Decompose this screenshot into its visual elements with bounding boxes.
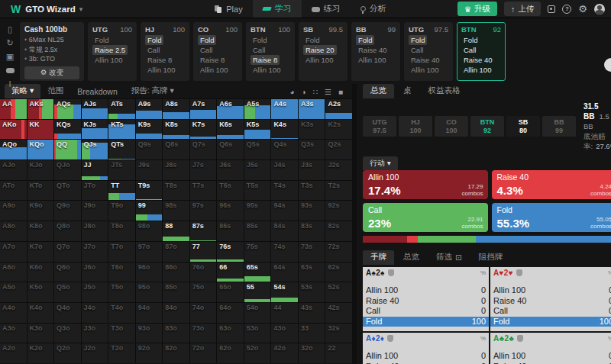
position-action[interactable]: Raise 40 [409, 55, 442, 65]
hand-cell-T3s[interactable]: T3s [299, 181, 325, 201]
hand-cell-QTo[interactable]: QTo [54, 181, 81, 201]
hand-cell-QTs[interactable]: QTs [108, 140, 135, 159]
hand-cell-K9s[interactable]: K9s [136, 120, 163, 140]
hand-cell-Q2o[interactable]: Q2o [54, 343, 81, 363]
position-action[interactable]: Fold [145, 35, 163, 45]
hand-cell-KQo[interactable]: KQo [27, 140, 54, 159]
hand-cell-T9o[interactable]: T9o [108, 201, 135, 221]
hand-cell-54o[interactable]: 54o [244, 303, 271, 323]
strip-position-btn[interactable]: BTN92 [470, 116, 504, 137]
upgrade-button[interactable]: ♛ 升级 [457, 2, 497, 16]
position-card-7-btn[interactable]: BTN92FoldCallRaise 40Allin 100 [457, 22, 506, 81]
hand-cell-AQs[interactable]: AQs [54, 99, 81, 119]
hand-cell-87s[interactable]: 87s [190, 221, 217, 241]
hand-cell-A8o[interactable]: A8o [0, 221, 27, 241]
matrix-tab-Breakdown[interactable]: Breakdown [70, 85, 124, 98]
position-action[interactable]: Fold [356, 35, 374, 45]
hand-cell-AQo[interactable]: AQo [0, 140, 27, 159]
hand-cell-K5s[interactable]: K5s [244, 120, 271, 140]
hand-cell-32s[interactable]: 32s [325, 324, 352, 343]
hand-cell-A6o[interactable]: A6o [0, 263, 27, 282]
action-box-raise-40[interactable]: Raise 404.3%4.24combos [492, 170, 611, 199]
hand-cell-T7o[interactable]: T7o [108, 242, 135, 262]
hand-cell-97o[interactable]: 97o [136, 242, 163, 262]
hand-cell-QQ[interactable]: QQ [54, 140, 81, 159]
hand-cell-J5o[interactable]: J5o [82, 282, 108, 302]
hand-tab-手牌[interactable]: 手牌 [363, 250, 394, 265]
hand-cell-A4o[interactable]: A4o [0, 303, 27, 323]
hand-cell-Q3s[interactable]: Q3s [299, 140, 325, 159]
pie-icon[interactable]: ◕ [290, 88, 295, 96]
strip-position-sb[interactable]: SB80 [506, 116, 540, 137]
hand-panel-0[interactable]: A♠2♠%Allin 1000Raise 400Call0Fold100 [363, 267, 489, 331]
position-action[interactable]: Allin 100 [92, 55, 124, 65]
hand-cell-84o[interactable]: 84o [163, 303, 189, 323]
position-action[interactable]: Raise 40 [356, 45, 390, 55]
action-tab[interactable]: 行动 ▾ [363, 156, 398, 170]
hand-cell-Q6o[interactable]: Q6o [54, 263, 81, 282]
hand-cell-K5o[interactable]: K5o [27, 282, 54, 302]
hand-cell-A3o[interactable]: A3o [0, 324, 27, 343]
hand-cell-K2o[interactable]: K2o [27, 343, 54, 363]
hand-cell-K2s[interactable]: K2s [325, 120, 352, 140]
hand-cell-J2s[interactable]: J2s [325, 160, 352, 180]
hand-cell-T8s[interactable]: T8s [163, 181, 189, 201]
hand-cell-83s[interactable]: 83s [299, 221, 325, 241]
hand-cell-Q4s[interactable]: Q4s [271, 140, 298, 159]
hand-cell-72o[interactable]: 72o [190, 343, 217, 363]
hand-cell-82o[interactable]: 82o [163, 343, 189, 363]
overview-tab-总览[interactable]: 总览 [363, 84, 394, 98]
position-action[interactable]: Fold [461, 35, 480, 45]
hand-cell-K4o[interactable]: K4o [27, 303, 54, 323]
hand-cell-Q9o[interactable]: Q9o [54, 201, 81, 221]
hand-panel-2[interactable]: A♦2♦%Allin 1000Raise 400Call0Fold100 [363, 333, 489, 364]
hand-cell-53o[interactable]: 53o [244, 324, 271, 343]
hand-cell-42s[interactable]: 42s [325, 303, 352, 323]
hand-cell-65o[interactable]: 65o [217, 282, 244, 302]
text-cursor-icon[interactable]: I [4, 79, 16, 89]
hand-cell-K3o[interactable]: K3o [27, 324, 54, 343]
hand-cell-55[interactable]: 55 [244, 282, 271, 302]
settings-gear-icon[interactable]: ⚙ [578, 4, 587, 14]
hand-cell-32o[interactable]: 32o [299, 343, 325, 363]
position-action[interactable]: Allin 100 [461, 65, 493, 75]
hand-tab-总览[interactable]: 总览 [396, 250, 427, 265]
position-action[interactable]: Allin 100 [303, 55, 335, 65]
position-action[interactable]: Raise 8 [251, 55, 280, 65]
hand-cell-Q7s[interactable]: Q7s [190, 140, 217, 159]
hand-cell-K7o[interactable]: K7o [27, 242, 54, 262]
position-action[interactable]: Raise 8 [145, 55, 174, 65]
hand-cell-K9o[interactable]: K9o [27, 201, 54, 221]
hand-cell-ATo[interactable]: ATo [0, 181, 27, 201]
position-action[interactable]: Raise 2.5 [92, 45, 128, 55]
hand-cell-72s[interactable]: 72s [325, 242, 352, 262]
hand-cell-93s[interactable]: 93s [299, 201, 325, 221]
hand-cell-QJs[interactable]: QJs [82, 140, 108, 159]
hand-cell-T9s[interactable]: T9s [136, 181, 163, 201]
hand-cell-Q8s[interactable]: Q8s [163, 140, 189, 159]
gamepad-icon[interactable] [4, 65, 16, 76]
action-box-allin-100[interactable]: Allin 10017.4%17.29combos [363, 170, 488, 199]
hand-cell-86s[interactable]: 86s [217, 221, 244, 241]
hand-cell-64s[interactable]: 64s [271, 263, 298, 282]
matrix-tab-报告: 高牌[interactable]: 报告: 高牌 ▾ [124, 84, 181, 98]
hand-cell-96o[interactable]: 96o [136, 263, 163, 282]
hand-cell-QJo[interactable]: QJo [54, 160, 81, 180]
strip-position-hj[interactable]: HJ100 [399, 116, 432, 137]
list-icon[interactable]: ☰ [325, 88, 331, 96]
matrix-tab-范围[interactable]: 范围 [40, 84, 70, 98]
hand-cell-JJ[interactable]: JJ [82, 160, 108, 180]
hand-cell-82s[interactable]: 82s [325, 221, 352, 241]
save-icon[interactable]: ▣ [4, 51, 16, 62]
hand-cell-73s[interactable]: 73s [299, 242, 325, 262]
hand-cell-T7s[interactable]: T7s [190, 181, 217, 201]
hand-cell-83o[interactable]: 83o [163, 324, 189, 343]
action-box-call[interactable]: Call23%22.91combos [363, 203, 488, 232]
hand-cell-85o[interactable]: 85o [163, 282, 189, 302]
nav-item-practice[interactable]: 练习 [302, 0, 351, 18]
nav-item-analyze[interactable]: 分析 [351, 0, 396, 18]
hand-cell-53s[interactable]: 53s [299, 282, 325, 302]
hand-cell-Q9s[interactable]: Q9s [136, 140, 163, 159]
hand-cell-96s[interactable]: 96s [217, 201, 244, 221]
nav-item-study[interactable]: 学习 [253, 0, 302, 18]
